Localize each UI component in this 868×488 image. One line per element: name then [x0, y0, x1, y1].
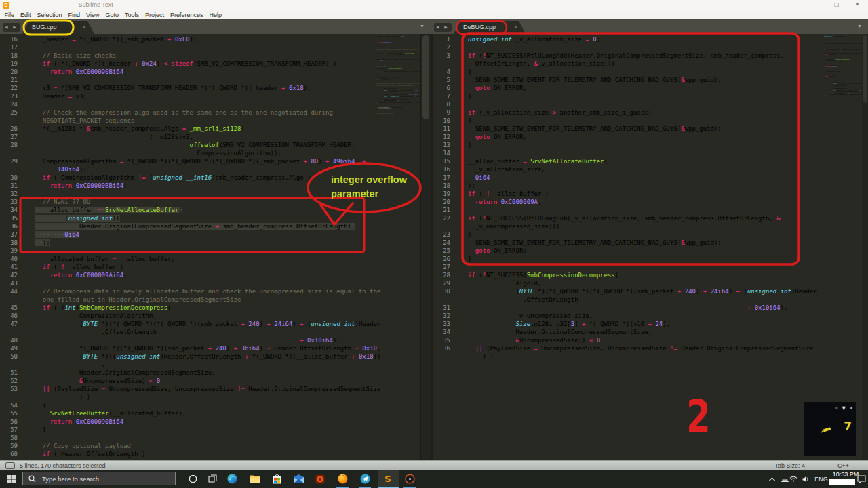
code-row[interactable]: 40 __allocated_buffer = __alloc_buffer; — [0, 255, 380, 263]
tab-overflow-dropdown-icon[interactable]: ▼ — [420, 24, 425, 28]
code-row[interactable]: 25 goto ON_ERROR; — [433, 247, 817, 255]
code-row[interactable]: 26} — [433, 255, 817, 263]
code-row[interactable]: 49 *(_DWORD *)(*(_QWORD *)(smb_packet + … — [0, 344, 380, 352]
code-row[interactable]: .OffsetOrLength — [433, 296, 817, 304]
scrollbar[interactable] — [862, 34, 868, 460]
scrollbar[interactable] — [420, 34, 431, 460]
code-row[interactable]: 30 if ( CompressionAlgorithm != (unsigne… — [0, 174, 380, 182]
code-area[interactable]: 16 _header = *(_QWORD *)(_smb_packet + 0… — [0, 35, 380, 460]
sublime-taskbar-icon[interactable]: S — [379, 470, 397, 488]
code-row[interactable]: NEGOTIATE_PACKET sequence — [0, 117, 380, 125]
code-row[interactable]: 11 SEND_SOME_ETW_EVENT_FOR_TELEMETRY_AND… — [433, 125, 817, 133]
code-row[interactable]: OffsetOrLength, &_v_allocation_size))) — [433, 60, 817, 68]
code-row[interactable]: 2 — [433, 43, 817, 52]
task-view-icon[interactable] — [204, 470, 220, 488]
code-row[interactable]: 43 — [0, 279, 380, 287]
tray-chevron-up-icon[interactable] — [766, 470, 777, 488]
code-row[interactable]: 32 _v_uncompressed_size, — [433, 312, 817, 320]
code-row[interactable]: 37········0i64 — [0, 230, 380, 239]
code-row[interactable]: 13} — [433, 141, 817, 149]
code-row[interactable]: 35 &UncompressedSize)) < 0 — [433, 336, 817, 344]
minimap[interactable]: _header = *(_QWORD *)(_smb_packet + 0xF0… — [375, 35, 420, 455]
tray-volume-icon[interactable] — [800, 470, 812, 488]
code-row[interactable]: 27 — [433, 263, 817, 271]
code-row[interactable]: 44 // Decompress data in newly allocated… — [0, 287, 380, 296]
code-row[interactable]: 48 + 0x10i64), — [0, 336, 380, 344]
close-button[interactable]: × — [847, 0, 868, 10]
code-row[interactable]: 23 Header = v3; — [0, 92, 380, 100]
code-row[interactable]: 4{ — [433, 68, 817, 76]
menu-help[interactable]: Help — [206, 10, 225, 19]
code-row[interactable]: 22if (!NT_SUCCESS(RtlULongSub(_v_allocat… — [433, 214, 817, 222]
maximize-button[interactable]: □ — [826, 0, 847, 10]
cortana-icon[interactable] — [184, 470, 201, 488]
code-row[interactable]: 36············Header.OriginalCompressedS… — [0, 222, 380, 230]
code-row[interactable]: 18); — [433, 182, 817, 190]
tab-scroll-arrows-icon[interactable]: ◀ ▶ — [3, 23, 20, 32]
code-row[interactable]: 56 return 0xC000090Bi64; — [0, 418, 380, 426]
tab-close-icon[interactable]: × — [83, 21, 86, 34]
syntax-indicator[interactable]: C++ — [837, 462, 849, 469]
code-row[interactable]: ) ) — [433, 352, 817, 361]
code-row[interactable]: 41 if ( !__alloc_buffer ) — [0, 263, 380, 271]
code-row[interactable]: 9if (_v_allocation_size > another_smb_si… — [433, 108, 817, 117]
code-row[interactable]: 47 (BYTE *)(*(_QWORD *)(*(_QWORD *)(smb_… — [0, 320, 380, 328]
code-row[interactable]: 24 SEND_SOME_ETW_EVENT_FOR_TELEMETRY_AND… — [433, 239, 817, 247]
code-row[interactable]: 20 return 0xC000090Bi64; — [0, 68, 380, 76]
code-row[interactable]: 60 if ( Header.OffsetOrLength ) — [0, 450, 380, 458]
code-row[interactable]: 23{ — [433, 230, 817, 239]
menu-find[interactable]: Find — [65, 10, 83, 19]
code-row[interactable]: 46 CompressionAlgorithm, — [0, 312, 380, 320]
tab-debug-cpp[interactable]: DeBUG.cpp × — [454, 21, 526, 34]
menu-edit[interactable]: Edit — [18, 10, 35, 19]
code-row[interactable]: 18 // Basic size checks — [0, 52, 380, 60]
tray-language-indicator[interactable]: ENG — [812, 470, 830, 488]
code-row[interactable]: 30 (BYTE *)(*(_QWORD *)(*(_QWORD *)(smb_… — [433, 287, 817, 296]
code-row[interactable]: 10{ — [433, 117, 817, 125]
office-icon[interactable] — [312, 470, 328, 488]
code-row[interactable]: 7} — [433, 92, 817, 100]
code-row[interactable]: _v_uncompressed_size))) — [433, 222, 817, 230]
menu-tools[interactable]: Tools — [121, 10, 142, 19]
code-row[interactable]: 57 } — [0, 426, 380, 434]
menu-project[interactable]: Project — [142, 10, 167, 19]
menu-file[interactable]: File — [1, 10, 18, 19]
start-button[interactable] — [3, 470, 20, 488]
code-row[interactable]: 8 — [433, 100, 817, 108]
code-row[interactable]: 32 — [0, 190, 380, 198]
code-row[interactable]: 34··__alloc_buffer·=·SrvNetAllocateBuffe… — [0, 206, 380, 214]
code-row[interactable]: 29 CompressionAlgorithm = *(_DWORD *)(*(… — [0, 157, 380, 165]
code-row[interactable]: 51 Header.OriginalCompressedSegmentSize, — [0, 369, 380, 377]
code-row[interactable]: 28 offsetof(SMB_V2_COMPRESSION_TRANSFORM… — [0, 141, 380, 149]
popup-close-icon[interactable]: × — [850, 405, 853, 411]
tab-bug-cpp[interactable]: BUG.cpp × — [22, 21, 94, 34]
code-row[interactable]: 33 Size.m128i_u32[3] + *(_QWORD *)(v10 +… — [433, 320, 817, 328]
code-row[interactable]: 50 (BYTE *)((unsigned int)Header.OffsetO… — [0, 352, 380, 361]
tray-wifi-icon[interactable] — [787, 470, 800, 488]
code-row[interactable]: 12 goto ON_ERROR; — [433, 133, 817, 141]
tab-close-icon[interactable]: × — [514, 21, 517, 34]
code-row[interactable]: 22 v3 = *(SMB_V2_COMPRESSION_TRANSFORM_H… — [0, 84, 380, 92]
code-row[interactable]: 17 0i64 — [433, 174, 817, 182]
code-row[interactable]: 36 || (PayloadSize = UncompressedSize, U… — [433, 344, 817, 352]
code-row[interactable]: 31 + 0x10i64), — [433, 304, 817, 312]
code-row[interactable]: 15__alloc_buffer = SrvNetAllocateBuffer( — [433, 157, 817, 165]
code-row[interactable]: 59 // Copy optional payload — [0, 442, 380, 450]
code-row[interactable]: 42 return 0xC000009Ai64; — [0, 271, 380, 279]
code-row[interactable]: 25 // Check the compression algo used is… — [0, 108, 380, 117]
code-row[interactable]: 54 { — [0, 401, 380, 409]
menu-selection[interactable]: Selection — [34, 10, 65, 19]
code-row[interactable]: 35········(unsigned·int)( — [0, 214, 380, 222]
code-row[interactable]: 21 — [433, 206, 817, 214]
code-row[interactable]: 5 SEND_SOME_ETW_EVENT_FOR_TELEMETRY_AND_… — [433, 76, 817, 84]
file-explorer-icon[interactable] — [246, 470, 262, 488]
code-row[interactable]: 38··); — [0, 239, 380, 247]
menu-view[interactable]: View — [83, 10, 102, 19]
code-row[interactable]: 28if (!NT_SUCCESS(SmbCompressionDecompre… — [433, 271, 817, 279]
code-row[interactable]: 31 return 0xC00000BBi64; — [0, 182, 380, 190]
code-row[interactable]: 16 _header = *(_QWORD *)(_smb_packet + 0… — [0, 35, 380, 43]
code-row[interactable]: 34 Header.OriginalCompressedSegmentSize, — [433, 328, 817, 336]
code-row[interactable]: 16 _v_allocation_size, — [433, 165, 817, 174]
code-row[interactable]: 14 — [433, 149, 817, 157]
code-row[interactable]: 20 return 0xC000009A; — [433, 198, 817, 206]
